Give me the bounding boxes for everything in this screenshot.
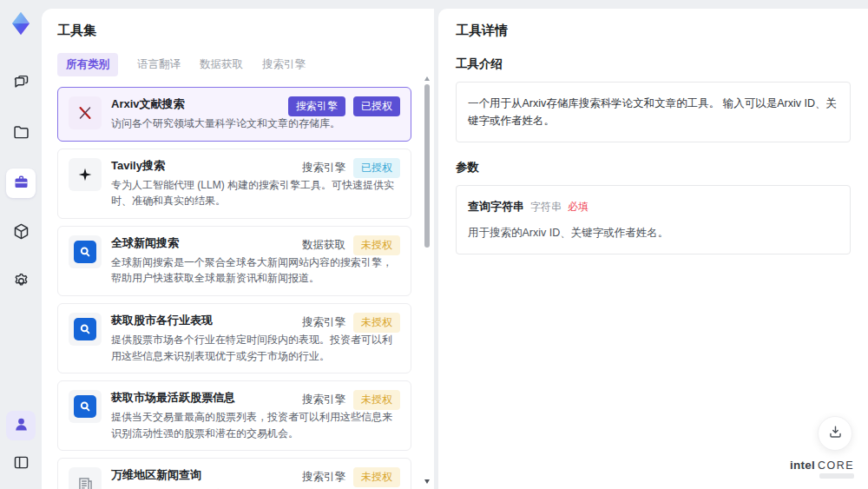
cube-icon <box>12 222 30 244</box>
download-button[interactable] <box>818 416 852 451</box>
scroll-up-icon[interactable] <box>424 76 430 81</box>
left-rail <box>0 0 42 489</box>
user-icon <box>12 415 30 437</box>
param-type: 字符串 <box>530 199 562 215</box>
params-heading: 参数 <box>456 160 851 175</box>
tab-language-translation[interactable]: 语言翻译 <box>137 53 181 76</box>
tab-data-fetch[interactable]: 数据获取 <box>200 53 243 76</box>
sidebar-item-profile[interactable] <box>6 411 36 440</box>
search-blue-icon <box>69 235 102 268</box>
intro-text: 一个用于从Arxiv存储库搜索科学论文和文章的工具。 输入可以是Arxiv ID… <box>468 97 837 127</box>
tool-card-arxiv[interactable]: Arxiv文献搜索 访问各个研究领域大量科学论文和文章的存储库。 搜索引擎 已授… <box>57 87 411 142</box>
tool-category-label: 搜索引擎 <box>302 470 345 485</box>
sidebar-item-panel-toggle[interactable] <box>6 449 36 479</box>
star-icon <box>69 158 102 191</box>
gear-icon <box>12 272 30 294</box>
briefcase-icon <box>12 173 30 195</box>
search-blue-icon <box>69 390 102 423</box>
sidebar-item-files[interactable] <box>6 119 36 149</box>
tool-desc: 专为人工智能代理 (LLM) 构建的搜索引擎工具。可快速提供实时、准确和真实的结… <box>111 177 400 209</box>
arxiv-icon <box>69 96 102 129</box>
page-title: 工具集 <box>57 23 424 39</box>
folder-icon <box>12 123 30 145</box>
search-blue-icon <box>69 313 102 346</box>
brand-intel-text: intel <box>790 459 815 472</box>
tool-status-badge: 未授权 <box>353 390 400 410</box>
tool-desc: 提供股票市场各个行业在特定时间段内的表现。投资者可以利用这些信息来识别表现优于或… <box>111 332 400 364</box>
param-box: 查询字符串 字符串 必填 用于搜索的Arxiv ID、关键字或作者姓名。 <box>456 185 851 254</box>
tool-card-regional-news[interactable]: 万维地区新闻查询 查询具体行政区划内的新闻，快速了解各地新闻动 搜索引擎 未授权 <box>57 458 411 489</box>
intel-core-logo: intel core <box>790 459 854 479</box>
tool-card-list: Arxiv文献搜索 访问各个研究领域大量科学论文和文章的存储库。 搜索引擎 已授… <box>57 87 424 489</box>
tool-category-label: 搜索引擎 <box>302 161 345 175</box>
list-scrollbar[interactable] <box>423 76 431 484</box>
scroll-down-icon[interactable] <box>424 479 430 484</box>
tool-list-panel: 工具集 所有类别 语言翻译 数据获取 搜索引擎 Arxiv文献搜索 访问各个研究… <box>42 9 434 489</box>
tool-status-badge: 未授权 <box>353 235 400 255</box>
param-name: 查询字符串 <box>468 198 524 216</box>
brand-subtext-bar <box>819 473 854 479</box>
intro-box: 一个用于从Arxiv存储库搜索科学论文和文章的工具。 输入可以是Arxiv ID… <box>456 82 851 142</box>
sidebar-item-packages[interactable] <box>6 218 36 248</box>
category-tabs: 所有类别 语言翻译 数据获取 搜索引擎 <box>57 53 424 76</box>
tool-status-badge: 已授权 <box>353 158 400 178</box>
scrollbar-thumb[interactable] <box>424 84 430 248</box>
tool-category-label: 数据获取 <box>302 238 345 253</box>
tool-card-sector-performance[interactable]: 获取股市各行业表现 提供股票市场各个行业在特定时间段内的表现。投资者可以利用这些… <box>57 303 411 373</box>
tool-category-label: 搜索引擎 <box>302 393 345 407</box>
brand-core-text: core <box>818 459 854 472</box>
tool-card-tavily[interactable]: Tavily搜索 专为人工智能代理 (LLM) 构建的搜索引擎工具。可快速提供实… <box>57 149 411 219</box>
tool-category-label: 搜索引擎 <box>302 315 345 330</box>
tool-card-most-active-stocks[interactable]: 获取市场最活跃股票信息 提供当天交易量最高的股票列表，投资者可以利用这些信息来识… <box>57 380 411 451</box>
newspaper-icon <box>69 467 102 489</box>
intro-heading: 工具介绍 <box>456 56 851 72</box>
detail-title: 工具详情 <box>456 23 851 39</box>
main-area: 工具集 所有类别 语言翻译 数据获取 搜索引擎 Arxiv文献搜索 访问各个研究… <box>42 9 868 489</box>
tool-status-badge: 已授权 <box>353 96 400 116</box>
sidebar-item-tools[interactable] <box>6 169 36 198</box>
param-desc: 用于搜索的Arxiv ID、关键字或作者姓名。 <box>468 224 838 241</box>
tab-search-engine[interactable]: 搜索引擎 <box>262 53 306 76</box>
tool-status-badge: 未授权 <box>353 313 400 333</box>
tool-desc: 提供当天交易量最高的股票列表，投资者可以利用这些信息来识别流动性强的股票和潜在的… <box>111 409 400 441</box>
sidebar-item-settings[interactable] <box>6 268 36 297</box>
tab-all-categories[interactable]: 所有类别 <box>57 53 118 76</box>
tool-desc: 全球新闻搜索是一个聚合全球各大新闻网站内容的搜索引擎，帮助用户快速获取全球最新资… <box>111 254 400 287</box>
download-icon <box>827 424 844 444</box>
tool-card-global-news[interactable]: 全球新闻搜索 全球新闻搜索是一个聚合全球各大新闻网站内容的搜索引擎，帮助用户快速… <box>57 226 411 296</box>
tool-category-badge: 搜索引擎 <box>288 96 345 116</box>
chat-bubbles-icon <box>12 74 30 96</box>
tool-status-badge: 未授权 <box>353 467 400 487</box>
app-logo[interactable] <box>6 9 36 38</box>
tool-detail-panel: 工具详情 工具介绍 一个用于从Arxiv存储库搜索科学论文和文章的工具。 输入可… <box>438 9 868 489</box>
sidebar-item-chat[interactable] <box>6 69 36 99</box>
layout-panel-icon <box>12 453 30 475</box>
tool-desc: 访问各个研究领域大量科学论文和文章的存储库。 <box>111 116 400 132</box>
param-required-badge: 必填 <box>568 199 589 215</box>
